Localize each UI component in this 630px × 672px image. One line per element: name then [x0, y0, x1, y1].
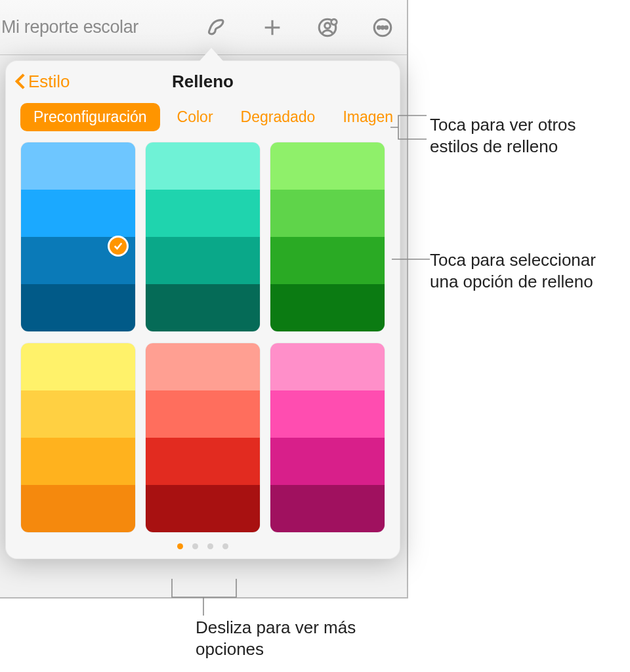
color-swatch[interactable]: [270, 390, 385, 438]
color-swatch[interactable]: [21, 284, 135, 331]
page-indicator[interactable]: [6, 543, 400, 549]
collaborate-icon[interactable]: [316, 16, 339, 39]
color-swatch[interactable]: [270, 485, 385, 532]
color-preset-card[interactable]: [145, 142, 261, 332]
svg-point-5: [381, 26, 384, 29]
more-icon[interactable]: [371, 16, 394, 39]
color-swatch[interactable]: [270, 237, 385, 284]
page-dot[interactable]: [222, 543, 228, 549]
color-swatch[interactable]: [270, 142, 385, 190]
document-title: Mi reporte escolar: [1, 17, 138, 37]
selected-check-icon: [108, 236, 129, 257]
popover-arrow: [200, 48, 223, 61]
color-swatch[interactable]: [146, 390, 260, 438]
color-preset-card[interactable]: [145, 343, 261, 533]
color-swatch[interactable]: [146, 237, 260, 284]
tab-preset[interactable]: Preconfiguración: [20, 103, 160, 131]
popover-title: Relleno: [6, 72, 400, 92]
color-preset-card[interactable]: [270, 142, 385, 332]
tab-gradient[interactable]: Degradado: [230, 103, 326, 131]
color-swatch[interactable]: [270, 343, 385, 390]
callout-swatch: Toca para seleccionar una opción de rell…: [430, 249, 627, 293]
fill-popover: Estilo Relleno Preconfiguración Color De…: [5, 60, 400, 559]
color-swatch[interactable]: [270, 190, 385, 237]
color-preset-card[interactable]: [270, 343, 385, 533]
color-swatch[interactable]: [270, 438, 385, 485]
color-swatch[interactable]: [21, 142, 135, 190]
format-brush-icon[interactable]: [206, 16, 228, 39]
color-preset-card[interactable]: [20, 343, 136, 533]
page-dot[interactable]: [192, 543, 198, 549]
page-dot[interactable]: [177, 543, 183, 549]
color-swatch[interactable]: [21, 190, 135, 237]
color-swatch[interactable]: [146, 284, 260, 331]
color-swatch[interactable]: [146, 485, 260, 532]
svg-point-6: [385, 26, 388, 29]
fill-type-tabs: Preconfiguración Color Degradado Imagen: [6, 102, 400, 142]
page-dot[interactable]: [207, 543, 213, 549]
color-preset-card[interactable]: [20, 142, 136, 332]
color-swatch[interactable]: [146, 190, 260, 237]
add-icon[interactable]: [261, 16, 284, 39]
color-swatch[interactable]: [21, 390, 135, 438]
color-swatch[interactable]: [21, 438, 135, 485]
color-swatch[interactable]: [21, 485, 135, 532]
tab-color[interactable]: Color: [167, 103, 224, 131]
color-swatch[interactable]: [146, 438, 260, 485]
color-swatch[interactable]: [146, 343, 260, 390]
svg-point-1: [325, 22, 331, 28]
callout-tabs: Toca para ver otros estilos de relleno: [430, 114, 620, 158]
callout-swipe: Desliza para ver más opciones: [196, 617, 379, 661]
app-toolbar: Mi reporte escolar: [0, 0, 407, 55]
color-swatch[interactable]: [21, 343, 135, 390]
svg-point-4: [377, 26, 380, 29]
color-swatch[interactable]: [270, 284, 385, 331]
color-swatch[interactable]: [146, 142, 260, 190]
